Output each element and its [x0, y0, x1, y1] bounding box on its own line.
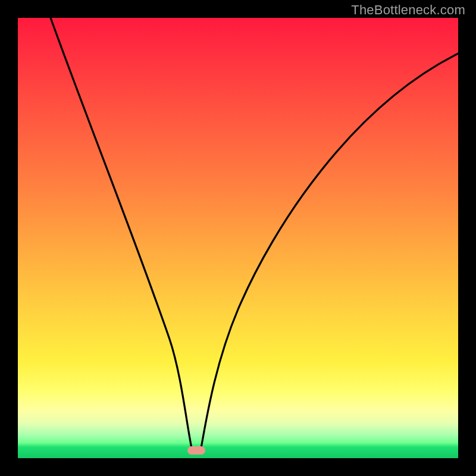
curve-path	[51, 18, 458, 453]
dip-marker	[187, 446, 205, 455]
watermark-text: TheBottleneck.com	[351, 2, 465, 18]
bottleneck-curve	[18, 18, 458, 458]
chart-frame	[18, 18, 458, 458]
